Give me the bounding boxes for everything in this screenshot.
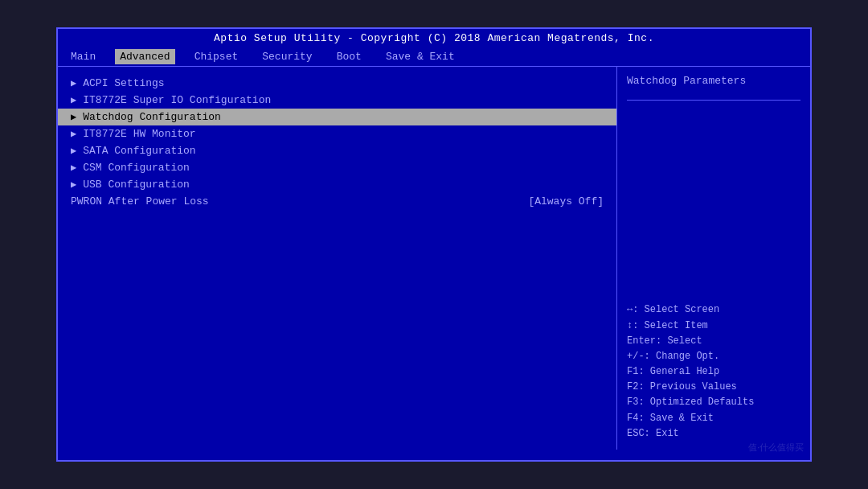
title-bar: Aptio Setup Utility - Copyright (C) 2018… [58, 29, 810, 47]
menu-label: SATA Configuration [83, 145, 195, 157]
arrow-icon: ▶ [71, 77, 76, 89]
nav-save-exit[interactable]: Save & Exit [381, 49, 460, 64]
key-change-opt: +/-: Change Opt. [627, 349, 800, 364]
title-text: Aptio Setup Utility - Copyright (C) 2018… [214, 32, 654, 44]
pwron-label: PWRON After Power Loss [71, 195, 209, 208]
nav-boot[interactable]: Boot [332, 49, 366, 64]
nav-bar: Main Advanced Chipset Security Boot Save… [58, 47, 810, 67]
key-esc: ESC: Exit [627, 426, 800, 442]
arrow-icon: ▶ [71, 94, 76, 106]
arrow-icon: ▶ [71, 162, 76, 174]
key-f2: F2: Previous Values [627, 380, 800, 395]
nav-security[interactable]: Security [257, 49, 317, 64]
key-enter: Enter: Select [627, 334, 800, 349]
menu-label: IT8772E Super IO Configuration [83, 94, 271, 106]
main-content: ▶ ACPI Settings ▶ IT8772E Super IO Confi… [58, 67, 810, 450]
menu-hw-monitor[interactable]: ▶ IT8772E HW Monitor [58, 125, 616, 142]
menu-watchdog[interactable]: ▶ Watchdog Configuration [58, 109, 616, 125]
watermark: 值·什么值得买 [748, 442, 804, 454]
menu-label: ACPI Settings [83, 77, 164, 89]
menu-super-io[interactable]: ▶ IT8772E Super IO Configuration [58, 92, 616, 109]
menu-usb-config[interactable]: ▶ USB Configuration [58, 176, 616, 193]
arrow-icon: ▶ [71, 145, 76, 157]
arrow-icon: ▶ [71, 111, 76, 123]
menu-csm-config[interactable]: ▶ CSM Configuration [58, 159, 616, 176]
nav-chipset[interactable]: Chipset [190, 49, 244, 64]
menu-label: USB Configuration [83, 179, 190, 191]
bios-screen: Aptio Setup Utility - Copyright (C) 2018… [56, 27, 812, 462]
key-select-item: ↕: Select Item [627, 318, 800, 334]
arrow-icon: ▶ [71, 128, 76, 140]
key-f3: F3: Optimized Defaults [627, 395, 800, 410]
menu-label: IT8772E HW Monitor [83, 128, 195, 140]
left-panel: ▶ ACPI Settings ▶ IT8772E Super IO Confi… [58, 67, 617, 450]
pwron-value: [Always Off] [528, 195, 604, 208]
nav-main[interactable]: Main [66, 49, 100, 64]
key-select-screen: ↔: Select Screen [627, 302, 800, 318]
arrow-icon: ▶ [71, 179, 76, 191]
menu-label: CSM Configuration [83, 162, 190, 174]
key-f1: F1: General Help [627, 364, 800, 380]
menu-acpi-settings[interactable]: ▶ ACPI Settings [58, 75, 616, 92]
help-text: Watchdog Parameters [627, 75, 800, 87]
divider [627, 100, 800, 101]
key-help: ↔: Select Screen ↕: Select Item Enter: S… [627, 302, 800, 442]
menu-sata-config[interactable]: ▶ SATA Configuration [58, 142, 616, 159]
key-f4: F4: Save & Exit [627, 411, 800, 426]
nav-advanced[interactable]: Advanced [115, 49, 174, 64]
menu-label: Watchdog Configuration [83, 111, 221, 123]
right-panel: Watchdog Parameters ↔: Select Screen ↕: … [617, 67, 810, 450]
menu-pwron[interactable]: PWRON After Power Loss [Always Off] [58, 193, 616, 210]
